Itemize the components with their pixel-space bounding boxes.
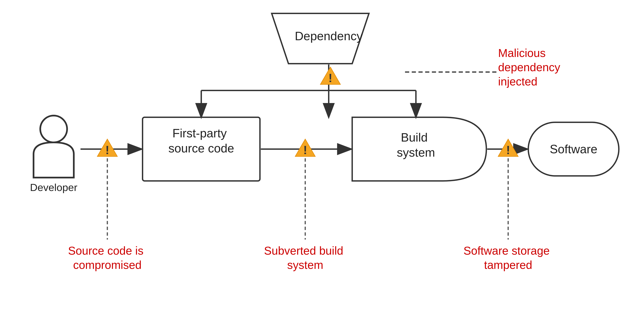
source-code-node: First-party source code xyxy=(142,117,260,181)
warning-build-software: ! xyxy=(498,139,518,157)
threat-source-compromised: Source code is compromised xyxy=(68,244,147,271)
warning-source-build: ! xyxy=(295,139,315,157)
threat-subverted-build: Subverted build system xyxy=(264,244,346,271)
software-node: Software xyxy=(528,122,619,176)
svg-point-3 xyxy=(40,116,67,142)
svg-text:!: ! xyxy=(303,144,307,157)
warning-dev-source: ! xyxy=(97,139,118,157)
developer-node: Developer xyxy=(30,116,78,193)
dependency-label: Dependency xyxy=(295,29,362,43)
threat-malicious-dependency: Malicious dependency injected xyxy=(498,46,563,88)
diagram-container: Dependency First-party source code Build… xyxy=(0,0,644,327)
svg-text:!: ! xyxy=(105,144,109,157)
developer-label: Developer xyxy=(30,182,78,193)
threat-software-storage: Software storage tampered xyxy=(464,244,553,271)
svg-text:!: ! xyxy=(506,144,510,157)
svg-text:!: ! xyxy=(328,71,332,85)
warning-dependency-arrow: ! xyxy=(320,67,340,85)
dependency-node: Dependency xyxy=(272,13,369,64)
build-system-node: Build system xyxy=(352,117,486,181)
software-label: Software xyxy=(550,142,598,156)
